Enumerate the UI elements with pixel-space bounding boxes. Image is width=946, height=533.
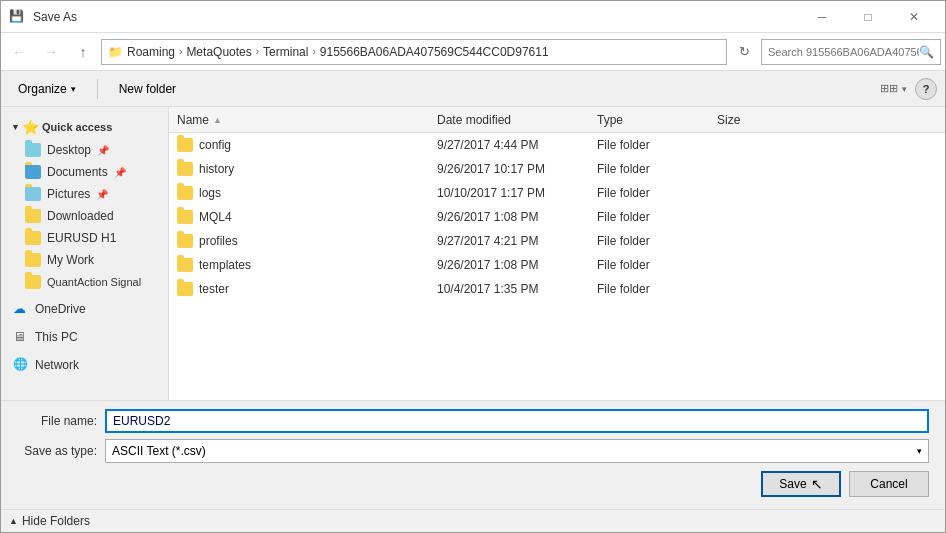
save-button[interactable]: Save ↖ <box>761 471 841 497</box>
column-size[interactable]: Size <box>717 113 797 127</box>
up-button[interactable]: ↑ <box>69 38 97 66</box>
file-name-cell: tester <box>199 282 229 296</box>
sidebar-item-downloaded[interactable]: Downloaded <box>1 205 168 227</box>
sidebar: ▾ ⭐ Quick access Desktop 📌 Documents 📌 P… <box>1 107 169 400</box>
cell-type: File folder <box>597 210 717 224</box>
sidebar-section-onedrive: ☁ OneDrive <box>1 297 168 321</box>
save-label: Save <box>779 477 806 491</box>
title-bar: 💾 Save As ─ □ ✕ <box>1 1 945 33</box>
bottom-area: File name: Save as type: ASCII Text (*.c… <box>1 400 945 505</box>
chevron-down-icon: ▾ <box>917 446 922 456</box>
cell-type: File folder <box>597 162 717 176</box>
search-box[interactable]: 🔍 <box>761 39 941 65</box>
sidebar-item-my-work[interactable]: My Work <box>1 249 168 271</box>
view-controls: ⊞⊞ ▾ <box>878 78 907 100</box>
table-row[interactable]: tester 10/4/2017 1:35 PM File folder <box>169 277 945 301</box>
toolbar-separator <box>97 79 98 99</box>
file-name-input[interactable] <box>105 409 929 433</box>
network-icon: 🌐 <box>13 357 29 373</box>
chevron-down-icon-view: ▾ <box>902 78 907 100</box>
path-roaming: Roaming <box>127 45 175 59</box>
sidebar-item-documents[interactable]: Documents 📌 <box>1 161 168 183</box>
sidebar-item-eurusd-h1[interactable]: EURUSD H1 <box>1 227 168 249</box>
sidebar-section-quick-access: ▾ ⭐ Quick access Desktop 📌 Documents 📌 P… <box>1 115 168 293</box>
sidebar-item-label: Pictures <box>47 187 90 201</box>
sidebar-item-quantaction[interactable]: QuantAction Signal <box>1 271 168 293</box>
sidebar-item-label: QuantAction Signal <box>47 276 141 288</box>
cell-date: 9/26/2017 1:08 PM <box>437 258 597 272</box>
folder-icon <box>177 162 193 176</box>
table-row[interactable]: MQL4 9/26/2017 1:08 PM File folder <box>169 205 945 229</box>
cell-name: templates <box>177 258 437 272</box>
table-row[interactable]: config 9/27/2017 4:44 PM File folder <box>169 133 945 157</box>
folder-icon <box>25 143 41 157</box>
new-folder-button[interactable]: New folder <box>110 76 185 102</box>
folder-icon <box>25 231 41 245</box>
column-date-modified[interactable]: Date modified <box>437 113 597 127</box>
save-type-row: Save as type: ASCII Text (*.csv) ▾ <box>17 439 929 463</box>
folder-icon <box>25 253 41 267</box>
file-name-label: File name: <box>17 414 97 428</box>
cell-type: File folder <box>597 234 717 248</box>
chevron-icon: › <box>179 46 182 57</box>
help-button[interactable]: ? <box>915 78 937 100</box>
folder-icon <box>177 138 193 152</box>
column-type[interactable]: Type <box>597 113 717 127</box>
table-row[interactable]: templates 9/26/2017 1:08 PM File folder <box>169 253 945 277</box>
folder-icon <box>177 282 193 296</box>
minimize-button[interactable]: ─ <box>799 1 845 33</box>
refresh-button[interactable]: ↻ <box>731 39 757 65</box>
cell-type: File folder <box>597 138 717 152</box>
folder-icon <box>25 165 41 179</box>
search-icon: 🔍 <box>919 45 934 59</box>
column-name[interactable]: Name ▲ <box>177 113 437 127</box>
sidebar-item-label: Desktop <box>47 143 91 157</box>
toolbar: Organize ▾ New folder ⊞⊞ ▾ ? <box>1 71 945 107</box>
forward-button[interactable]: → <box>37 38 65 66</box>
organize-button[interactable]: Organize ▾ <box>9 76 85 102</box>
search-input[interactable] <box>768 46 919 58</box>
back-button[interactable]: ← <box>5 38 33 66</box>
cell-name: logs <box>177 186 437 200</box>
sidebar-item-onedrive[interactable]: ☁ OneDrive <box>1 297 168 321</box>
pin-icon: 📌 <box>96 189 108 200</box>
cursor-icon: ↖ <box>811 476 823 492</box>
sidebar-item-desktop[interactable]: Desktop 📌 <box>1 139 168 161</box>
onedrive-icon: ☁ <box>13 301 29 317</box>
file-name-cell: history <box>199 162 234 176</box>
sidebar-item-label: My Work <box>47 253 94 267</box>
window-icon: 💾 <box>9 9 25 25</box>
new-folder-label: New folder <box>119 82 176 96</box>
address-bar: ← → ↑ 📁 Roaming › MetaQuotes › Terminal … <box>1 33 945 71</box>
maximize-button[interactable]: □ <box>845 1 891 33</box>
save-as-dialog: 💾 Save As ─ □ ✕ ← → ↑ 📁 Roaming › MetaQu… <box>0 0 946 533</box>
chevron-icon: › <box>256 46 259 57</box>
table-row[interactable]: logs 10/10/2017 1:17 PM File folder <box>169 181 945 205</box>
hide-folders-label: Hide Folders <box>22 514 90 528</box>
chevron-up-icon: ▲ <box>9 516 18 526</box>
view-list-button[interactable]: ⊞⊞ <box>878 78 900 100</box>
file-name-cell: config <box>199 138 231 152</box>
sidebar-item-network[interactable]: 🌐 Network <box>1 353 168 377</box>
sidebar-item-pictures[interactable]: Pictures 📌 <box>1 183 168 205</box>
window-title: Save As <box>33 10 77 24</box>
table-row[interactable]: profiles 9/27/2017 4:21 PM File folder <box>169 229 945 253</box>
save-as-type-select[interactable]: ASCII Text (*.csv) ▾ <box>105 439 929 463</box>
path-metaquotes: MetaQuotes <box>186 45 251 59</box>
hide-folders-button[interactable]: ▲ Hide Folders <box>1 509 945 532</box>
sort-icon: ▲ <box>213 115 222 125</box>
table-row[interactable]: history 9/26/2017 10:17 PM File folder <box>169 157 945 181</box>
file-name-cell: templates <box>199 258 251 272</box>
cell-date: 9/26/2017 10:17 PM <box>437 162 597 176</box>
cancel-label: Cancel <box>870 477 907 491</box>
cell-date: 9/27/2017 4:44 PM <box>437 138 597 152</box>
pin-icon: 📌 <box>114 167 126 178</box>
cancel-button[interactable]: Cancel <box>849 471 929 497</box>
address-path[interactable]: 📁 Roaming › MetaQuotes › Terminal › 9155… <box>101 39 727 65</box>
chevron-down-icon: ▾ <box>13 122 18 132</box>
file-name-cell: MQL4 <box>199 210 232 224</box>
close-button[interactable]: ✕ <box>891 1 937 33</box>
sidebar-item-this-pc[interactable]: 🖥 This PC <box>1 325 168 349</box>
file-list-header: Name ▲ Date modified Type Size <box>169 107 945 133</box>
sidebar-header-quick-access[interactable]: ▾ ⭐ Quick access <box>1 115 168 139</box>
